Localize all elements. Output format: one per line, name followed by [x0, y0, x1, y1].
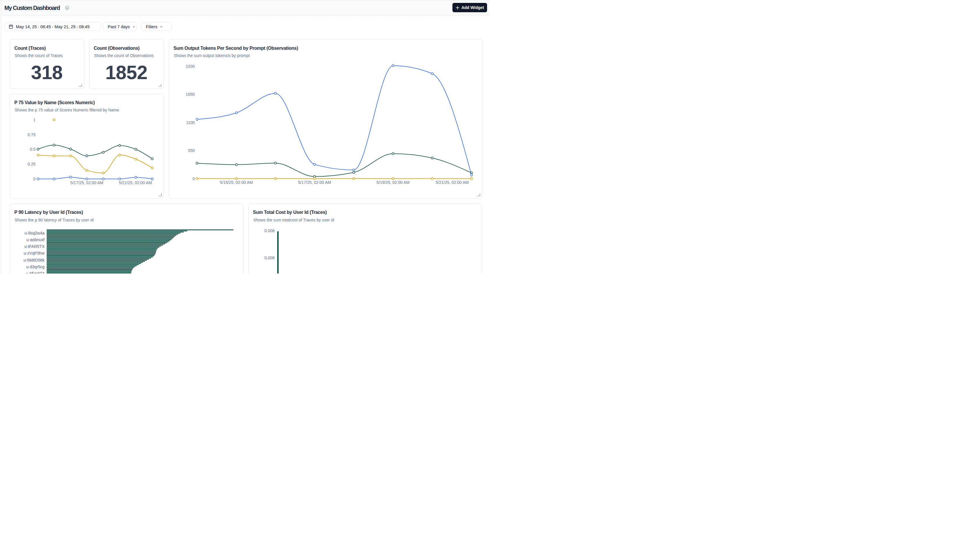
svg-text:5/17/25, 02:00 AM: 5/17/25, 02:00 AM [70, 181, 103, 185]
svg-text:5/21/25, 02:00 AM: 5/21/25, 02:00 AM [436, 180, 469, 185]
svg-text:0.5: 0.5 [30, 147, 36, 152]
svg-text:u-zVqP3hw: u-zVqP3hw [24, 251, 45, 255]
svg-text:0.008: 0.008 [264, 228, 275, 233]
svg-text:550: 550 [188, 148, 195, 153]
svg-text:1650: 1650 [185, 92, 194, 97]
svg-text:u-d3qr5cg: u-d3qr5cg [26, 264, 45, 269]
svg-text:5/17/25, 02:00 AM: 5/17/25, 02:00 AM [298, 180, 331, 185]
svg-text:u-aobnuxf: u-aobnuxf [27, 237, 45, 242]
svg-text:0.75: 0.75 [28, 132, 35, 137]
svg-text:1100: 1100 [186, 120, 194, 125]
svg-text:5/19/25, 02:00 AM: 5/19/25, 02:00 AM [377, 180, 410, 185]
svg-text:5/21/25, 02:00 AM: 5/21/25, 02:00 AM [119, 181, 152, 185]
svg-text:0: 0 [192, 176, 195, 181]
svg-text:0.006: 0.006 [264, 255, 275, 260]
svg-text:u-8sq2w4a: u-8sq2w4a [25, 230, 45, 235]
svg-text:0: 0 [33, 177, 35, 181]
svg-text:u-5M8D56k: u-5M8D56k [24, 257, 45, 262]
svg-text:0.25: 0.25 [28, 162, 35, 166]
svg-text:u-8fVa9T3: u-8fVa9T3 [26, 271, 45, 274]
svg-text:2200: 2200 [185, 64, 194, 69]
svg-text:5/15/25, 02:00 AM: 5/15/25, 02:00 AM [220, 180, 253, 185]
svg-text:u-tFAR5TX: u-tFAR5TX [24, 244, 45, 249]
svg-text:1: 1 [33, 117, 35, 122]
